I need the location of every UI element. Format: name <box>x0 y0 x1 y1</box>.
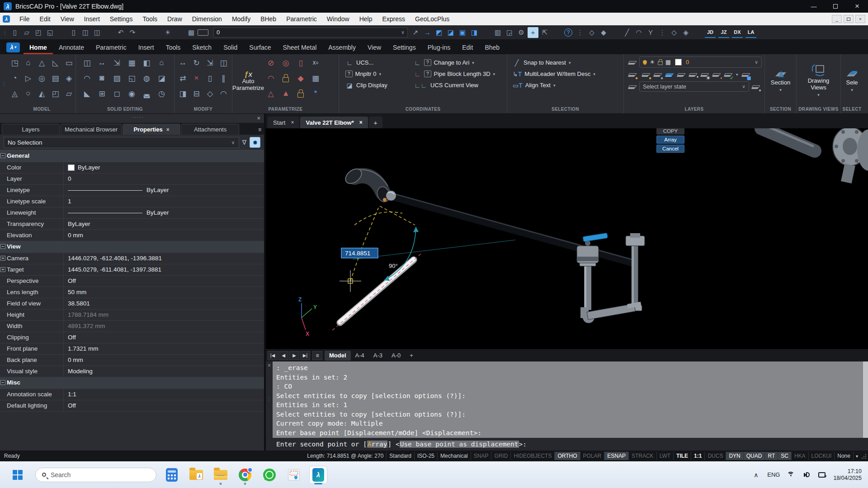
turn-layer-on-icon[interactable]: ● <box>640 69 652 80</box>
property-row[interactable]: Back plane 0 mm <box>0 355 264 366</box>
union-icon[interactable]: ◫ <box>80 56 94 70</box>
help-icon[interactable]: ? <box>564 28 572 37</box>
stitch-tool-icon[interactable]: ◰ <box>49 87 62 100</box>
plot-style-icon[interactable]: ▦ <box>186 27 197 38</box>
status-toggle[interactable]: QUAD <box>744 452 765 460</box>
property-value-cell[interactable]: Off <box>63 332 264 343</box>
display-settings-icon[interactable]: ▥ <box>492 27 503 38</box>
branch-pipe-icon[interactable]: Y <box>645 27 656 38</box>
panel-menu-icon[interactable]: ≡ <box>258 127 261 133</box>
property-value-cell[interactable]: 50 mm <box>63 287 264 298</box>
lock-icon[interactable] <box>174 27 185 38</box>
menu-item[interactable]: Parametric <box>281 13 322 25</box>
house-tool-icon[interactable]: ⌂ <box>22 56 35 70</box>
separator[interactable] <box>57 27 67 38</box>
radius-constraint-icon[interactable]: ⊘ <box>264 56 278 70</box>
new-document-tab-button[interactable]: + <box>369 117 382 128</box>
resize-grip-icon[interactable] <box>860 453 867 459</box>
viewport-canvas[interactable]: 90° 714.8851 <box>266 128 868 349</box>
taskbar-bricscad-folder-icon[interactable]: λ <box>187 466 205 484</box>
status-toggle[interactable]: HKA <box>792 452 809 460</box>
expander-icon[interactable]: + <box>0 267 5 272</box>
select-arrow-icon[interactable]: → <box>422 27 433 38</box>
print-preview-icon[interactable]: ◫ <box>92 27 103 38</box>
loft-tool-icon[interactable]: ◬ <box>8 87 22 100</box>
expander-icon[interactable]: − <box>0 244 5 249</box>
arc-tool-icon[interactable]: ◠ <box>633 27 644 38</box>
property-value-cell[interactable]: 4891.372 mm <box>63 321 264 332</box>
layer-states-icon[interactable]: ✓ <box>722 69 734 80</box>
status-toggle[interactable]: 1:1 <box>691 452 705 460</box>
layer-combo[interactable]: 0 ∨ <box>213 28 408 38</box>
box-tool-icon[interactable]: ◳ <box>8 56 22 70</box>
next-layout-button[interactable]: ▶ <box>289 351 299 360</box>
ribbon-tab[interactable]: Tools <box>160 40 187 54</box>
layout-tab[interactable]: + <box>405 351 418 361</box>
layer-state-combo[interactable]: Select layer state ∨ <box>639 81 749 92</box>
slab-tool-icon[interactable]: ▤ <box>49 71 62 85</box>
taskbar-whatsapp-icon[interactable] <box>260 466 278 484</box>
property-value-cell[interactable]: 0 mm <box>63 230 264 241</box>
slice-icon[interactable]: ◪ <box>155 71 169 85</box>
pyramid-tool-icon[interactable]: △ <box>35 56 49 70</box>
expander-icon[interactable]: + <box>0 256 5 261</box>
panel-tab-attachments[interactable]: Attachments <box>181 124 239 135</box>
ribbon-tab[interactable]: Edit <box>456 40 479 54</box>
text-style-dx-icon[interactable]: DX <box>732 27 743 38</box>
property-value-cell[interactable]: 1.7321 mm <box>63 343 264 354</box>
bulb-on-icon[interactable] <box>643 60 647 64</box>
menu-item[interactable]: Express <box>377 13 410 25</box>
manipulator-button[interactable]: ?Mnpltr 0▾ <box>342 68 405 80</box>
ribbon-tab[interactable]: Sketch <box>186 40 217 54</box>
layout-tab[interactable]: Model <box>325 351 351 361</box>
property-row[interactable]: Height 1788.7184 mm <box>0 310 264 321</box>
status-toggle[interactable]: Standard <box>387 452 415 460</box>
doc-tab-start[interactable]: Start× <box>268 117 299 128</box>
status-toggle[interactable]: DYN <box>726 452 743 460</box>
separator[interactable] <box>104 27 114 38</box>
shell-icon[interactable]: ◍ <box>140 71 154 85</box>
status-toggle[interactable]: LWT <box>657 452 674 460</box>
pipe-block-length-button[interactable]: ∟?Pipe Block Length 3D▾ <box>410 68 495 80</box>
text-style-jz-icon[interactable]: JZ <box>718 27 729 38</box>
status-toggle[interactable]: RT <box>765 452 778 460</box>
quick-select-eye-button[interactable] <box>250 137 260 148</box>
parameters-manager-icon[interactable]: ▦ <box>309 71 322 85</box>
status-toggle[interactable]: None <box>835 452 854 460</box>
close-tab-icon[interactable]: × <box>166 127 170 133</box>
taper-face-icon[interactable]: ▨ <box>110 71 124 85</box>
auto-constrain-icon[interactable]: * <box>309 87 322 100</box>
select-crossing-icon[interactable]: ◪ <box>445 27 456 38</box>
ribbon-tab[interactable]: Sheet Metal <box>277 40 323 54</box>
panel-drag-handle[interactable]: ····· <box>132 115 144 120</box>
status-toggle[interactable]: POLAR <box>580 452 605 460</box>
property-value-cell[interactable]: 0 mm <box>63 355 264 366</box>
extrude-tool-icon[interactable]: ○ <box>22 87 35 100</box>
property-value-cell[interactable]: 38.5801 <box>63 298 264 309</box>
property-row[interactable]: Lineweight ByLayer <box>0 207 264 219</box>
property-value-cell[interactable]: 0 <box>63 174 264 184</box>
status-toggle[interactable]: Length: 714.8851 @ Angle: 270 <box>304 452 387 460</box>
panel-tab-mechanical-browser[interactable]: Mechanical Browser <box>61 124 122 135</box>
property-row[interactable]: − Misc <box>0 377 264 389</box>
last-layout-button[interactable]: ▶| <box>300 351 310 360</box>
tangent-constraint-icon[interactable]: △ <box>264 87 278 100</box>
unlock-icon[interactable] <box>658 61 663 65</box>
mdi-close-icon[interactable]: × <box>855 15 865 23</box>
ribbon-tab[interactable]: Surface <box>243 40 277 54</box>
menu-item[interactable]: View <box>56 13 79 25</box>
property-value-cell[interactable]: Off <box>63 400 264 411</box>
option-array[interactable]: Array <box>367 441 388 448</box>
ribbon-tab[interactable]: Solid <box>217 40 243 54</box>
join-icon[interactable]: ◇ <box>203 87 217 100</box>
taskbar-calculator-icon[interactable] <box>163 466 181 484</box>
lock-constraint-icon[interactable] <box>294 87 307 100</box>
context-menu-item-cancel[interactable]: Cancel <box>656 145 684 153</box>
close-window-icon[interactable]: × <box>846 0 868 13</box>
copy-face-icon[interactable]: ◻ <box>110 87 124 100</box>
ribbon-drag-handle[interactable]: ⋮ <box>1 81 7 87</box>
command-prompt[interactable]: Enter second point or [Array] <Use base … <box>273 438 868 450</box>
layout-tab[interactable]: A-3 <box>369 351 387 361</box>
status-toggle[interactable]: ORTHO <box>555 452 580 460</box>
ribbon-tab[interactable]: Annotate <box>53 40 90 54</box>
